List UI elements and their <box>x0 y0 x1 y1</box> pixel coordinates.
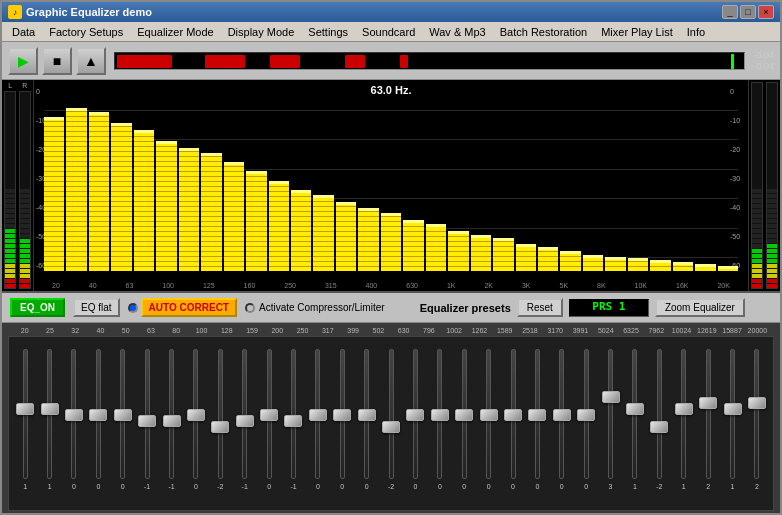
maximize-button[interactable]: □ <box>740 5 756 19</box>
compressor-radio[interactable] <box>245 303 255 313</box>
vu-seg-12 <box>767 224 777 228</box>
fader-knob-30[interactable] <box>748 397 766 409</box>
fader-track-12[interactable] <box>315 349 320 479</box>
progress-track[interactable] <box>114 52 745 70</box>
fader-value-28: 2 <box>706 483 710 490</box>
fader-knob-17[interactable] <box>431 409 449 421</box>
fader-knob-6[interactable] <box>163 415 181 427</box>
minimize-button[interactable]: _ <box>722 5 738 19</box>
freq-label-3k: 3K <box>522 282 531 289</box>
fader-knob-1[interactable] <box>41 403 59 415</box>
menu-item-factory-setups[interactable]: Factory Setups <box>43 25 129 39</box>
eq-flat-button[interactable]: EQ flat <box>73 298 120 317</box>
vu-seg-19 <box>767 189 777 193</box>
vu-seg-14 <box>5 214 15 218</box>
fader-track-16[interactable] <box>413 349 418 479</box>
fader-track-20[interactable] <box>511 349 516 479</box>
fader-knob-21[interactable] <box>528 409 546 421</box>
freq-label-20k: 20K <box>717 282 729 289</box>
fader-track-27[interactable] <box>681 349 686 479</box>
freq-label-160: 160 <box>244 282 256 289</box>
fader-knob-12[interactable] <box>309 409 327 421</box>
fader-knob-28[interactable] <box>699 397 717 409</box>
fader-knob-7[interactable] <box>187 409 205 421</box>
fader-knob-16[interactable] <box>406 409 424 421</box>
fader-track-15[interactable] <box>389 349 394 479</box>
fader-freq-label-18: 1262 <box>467 327 492 334</box>
fader-knob-2[interactable] <box>65 409 83 421</box>
fader-knob-25[interactable] <box>626 403 644 415</box>
fader-track-2[interactable] <box>71 349 76 479</box>
fader-knob-19[interactable] <box>480 409 498 421</box>
menu-item-info[interactable]: Info <box>681 25 711 39</box>
fader-knob-11[interactable] <box>284 415 302 427</box>
fader-freq-label-14: 502 <box>366 327 391 334</box>
vu-seg-4 <box>5 264 15 268</box>
fader-track-29[interactable] <box>730 349 735 479</box>
fader-track-11[interactable] <box>291 349 296 479</box>
vu-seg-8 <box>20 244 30 248</box>
fader-knob-29[interactable] <box>724 403 742 415</box>
fader-track-4[interactable] <box>120 349 125 479</box>
fader-track-21[interactable] <box>535 349 540 479</box>
reset-button[interactable]: Reset <box>517 298 563 317</box>
fader-knob-24[interactable] <box>602 391 620 403</box>
fader-track-22[interactable] <box>559 349 564 479</box>
fader-track-23[interactable] <box>584 349 589 479</box>
menu-item-mixer-play-list[interactable]: Mixer Play List <box>595 25 679 39</box>
menu-item-data[interactable]: Data <box>6 25 41 39</box>
fader-track-3[interactable] <box>96 349 101 479</box>
fader-track-0[interactable] <box>23 349 28 479</box>
fader-track-26[interactable] <box>657 349 662 479</box>
fader-track-28[interactable] <box>706 349 711 479</box>
fader-track-14[interactable] <box>364 349 369 479</box>
auto-correct-button[interactable]: AUTO CORRECT <box>141 298 237 317</box>
fader-knob-3[interactable] <box>89 409 107 421</box>
menu-item-equalizer-mode[interactable]: Equalizer Mode <box>131 25 219 39</box>
fader-track-18[interactable] <box>462 349 467 479</box>
menu-item-batch-restoration[interactable]: Batch Restoration <box>494 25 593 39</box>
fader-track-19[interactable] <box>486 349 491 479</box>
fader-track-9[interactable] <box>242 349 247 479</box>
fader-knob-26[interactable] <box>650 421 668 433</box>
close-button[interactable]: × <box>758 5 774 19</box>
preset-input[interactable]: PRS 1 <box>569 299 649 317</box>
fader-knob-9[interactable] <box>236 415 254 427</box>
fader-track-30[interactable] <box>754 349 759 479</box>
eq-on-button[interactable]: EQ_ON <box>10 298 65 317</box>
eq-bar-3 <box>111 90 131 271</box>
fader-knob-0[interactable] <box>16 403 34 415</box>
fader-track-24[interactable] <box>608 349 613 479</box>
fader-knob-14[interactable] <box>358 409 376 421</box>
activate-compressor-control[interactable]: Activate Compressor/Limiter <box>245 302 385 313</box>
fader-track-7[interactable] <box>193 349 198 479</box>
fader-track-10[interactable] <box>267 349 272 479</box>
eject-button[interactable]: ▲ <box>76 47 106 75</box>
menu-item-wav-&-mp3[interactable]: Wav & Mp3 <box>423 25 491 39</box>
stop-button[interactable]: ■ <box>42 47 72 75</box>
fader-track-13[interactable] <box>340 349 345 479</box>
fader-knob-10[interactable] <box>260 409 278 421</box>
fader-track-6[interactable] <box>169 349 174 479</box>
menu-item-display-mode[interactable]: Display Mode <box>222 25 301 39</box>
fader-knob-23[interactable] <box>577 409 595 421</box>
fader-knob-8[interactable] <box>211 421 229 433</box>
fader-track-1[interactable] <box>47 349 52 479</box>
fader-knob-22[interactable] <box>553 409 571 421</box>
fader-knob-18[interactable] <box>455 409 473 421</box>
fader-knob-5[interactable] <box>138 415 156 427</box>
menu-item-soundcard[interactable]: Soundcard <box>356 25 421 39</box>
fader-track-8[interactable] <box>218 349 223 479</box>
fader-knob-13[interactable] <box>333 409 351 421</box>
fader-knob-20[interactable] <box>504 409 522 421</box>
auto-correct-radio[interactable] <box>128 303 138 313</box>
fader-knob-15[interactable] <box>382 421 400 433</box>
play-button[interactable]: ▶ <box>8 47 38 75</box>
fader-track-17[interactable] <box>437 349 442 479</box>
fader-knob-4[interactable] <box>114 409 132 421</box>
zoom-eq-button[interactable]: Zoom Equalizer <box>655 298 745 317</box>
fader-knob-27[interactable] <box>675 403 693 415</box>
fader-track-5[interactable] <box>145 349 150 479</box>
menu-item-settings[interactable]: Settings <box>302 25 354 39</box>
fader-track-25[interactable] <box>632 349 637 479</box>
